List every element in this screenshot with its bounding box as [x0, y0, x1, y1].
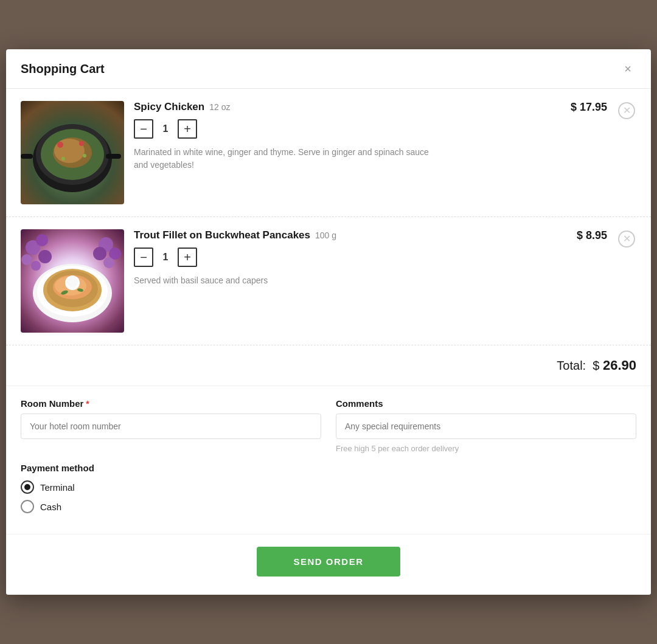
- modal-title: Shopping Cart: [21, 62, 105, 76]
- total-amount: 26.90: [603, 358, 636, 373]
- comments-label: Comments: [336, 398, 636, 409]
- svg-point-7: [61, 157, 65, 161]
- svg-point-6: [79, 141, 84, 146]
- svg-point-15: [31, 261, 41, 271]
- cart-item-spicy-chicken: Spicy Chicken 12 oz − 1 + Marinated in w…: [6, 89, 651, 217]
- modal-header: Shopping Cart ×: [6, 49, 651, 89]
- item-name: Spicy Chicken: [134, 101, 204, 113]
- remove-trout-button[interactable]: ✕: [617, 229, 636, 249]
- cart-item-trout-fillet: Trout Fillet on Buckwheat Pancakes 100 g…: [6, 217, 651, 345]
- free-delivery-note: Free high 5 per each order delivery: [336, 444, 636, 453]
- room-number-input[interactable]: [21, 414, 321, 439]
- item-image-spicy-chicken: [21, 101, 124, 204]
- cash-radio-button[interactable]: [21, 500, 34, 513]
- cart-items-list: Spicy Chicken 12 oz − 1 + Marinated in w…: [6, 89, 651, 345]
- item-description-trout: Served with basil sauce and capers: [134, 274, 438, 287]
- quantity-control-spicy-chicken: − 1 +: [134, 119, 561, 139]
- item-name-row-trout: Trout Fillet on Buckwheat Pancakes 100 g: [134, 229, 567, 241]
- payment-cash-option[interactable]: Cash: [21, 500, 636, 513]
- svg-point-12: [36, 234, 48, 246]
- comments-group: Comments Free high 5 per each order deli…: [336, 398, 636, 453]
- close-button[interactable]: ×: [619, 60, 636, 77]
- payment-method-label: Payment method: [21, 463, 636, 473]
- remove-item-button[interactable]: ✕: [617, 101, 636, 120]
- room-number-label-text: Room Number: [21, 398, 83, 409]
- svg-point-19: [93, 247, 106, 260]
- quantity-value: 1: [153, 123, 178, 134]
- payment-terminal-option[interactable]: Terminal: [21, 480, 636, 494]
- item-price-section: $ 17.95 ✕: [571, 101, 636, 120]
- decrease-quantity-trout-button[interactable]: −: [134, 248, 153, 267]
- form-section: Room Number * Comments Free high 5 per e…: [6, 386, 651, 534]
- svg-rect-9: [106, 154, 121, 159]
- send-order-button[interactable]: SEND ORDER: [257, 547, 400, 576]
- payment-method-section: Payment method Terminal Cash: [21, 463, 636, 513]
- remove-icon: ✕: [618, 102, 635, 119]
- svg-point-5: [57, 142, 63, 148]
- item-description: Marinated in white wine, ginger and thym…: [134, 146, 438, 171]
- svg-point-8: [83, 154, 86, 158]
- item-details-trout-fillet: Trout Fillet on Buckwheat Pancakes 100 g…: [134, 229, 567, 287]
- item-weight: 12 oz: [209, 102, 230, 112]
- item-weight-trout: 100 g: [315, 230, 336, 240]
- item-details-spicy-chicken: Spicy Chicken 12 oz − 1 + Marinated in w…: [134, 101, 561, 171]
- svg-point-14: [38, 250, 52, 263]
- item-price: $ 17.95: [571, 101, 607, 114]
- increase-quantity-trout-button[interactable]: +: [178, 248, 197, 267]
- increase-quantity-button[interactable]: +: [178, 119, 197, 139]
- shopping-cart-modal: Shopping Cart ×: [6, 49, 651, 595]
- svg-rect-10: [21, 154, 33, 159]
- svg-point-13: [21, 254, 32, 265]
- item-image-trout-fillet: [21, 229, 124, 333]
- comments-input[interactable]: [336, 414, 636, 439]
- terminal-radio-dot: [24, 484, 30, 490]
- item-name-trout: Trout Fillet on Buckwheat Pancakes: [134, 229, 310, 241]
- required-indicator: *: [86, 399, 89, 409]
- terminal-label: Terminal: [40, 482, 75, 493]
- svg-point-27: [67, 277, 78, 288]
- room-number-group: Room Number *: [21, 398, 321, 453]
- svg-point-18: [103, 257, 114, 268]
- footer-section: SEND ORDER: [6, 534, 651, 595]
- form-row-inputs: Room Number * Comments Free high 5 per e…: [21, 398, 636, 453]
- cash-label: Cash: [40, 502, 61, 512]
- total-label: Total: $ 26.90: [557, 359, 636, 372]
- item-name-row: Spicy Chicken 12 oz: [134, 101, 561, 113]
- item-price-section-trout: $ 8.95 ✕: [577, 229, 636, 249]
- comments-label-text: Comments: [336, 398, 383, 409]
- quantity-value-trout: 1: [153, 252, 178, 263]
- quantity-control-trout: − 1 +: [134, 248, 567, 267]
- item-price-trout: $ 8.95: [577, 229, 607, 242]
- total-section: Total: $ 26.90: [6, 345, 651, 386]
- decrease-quantity-button[interactable]: −: [134, 119, 153, 139]
- terminal-radio-button[interactable]: [21, 480, 34, 494]
- remove-trout-icon: ✕: [618, 230, 635, 248]
- room-number-label: Room Number *: [21, 398, 321, 409]
